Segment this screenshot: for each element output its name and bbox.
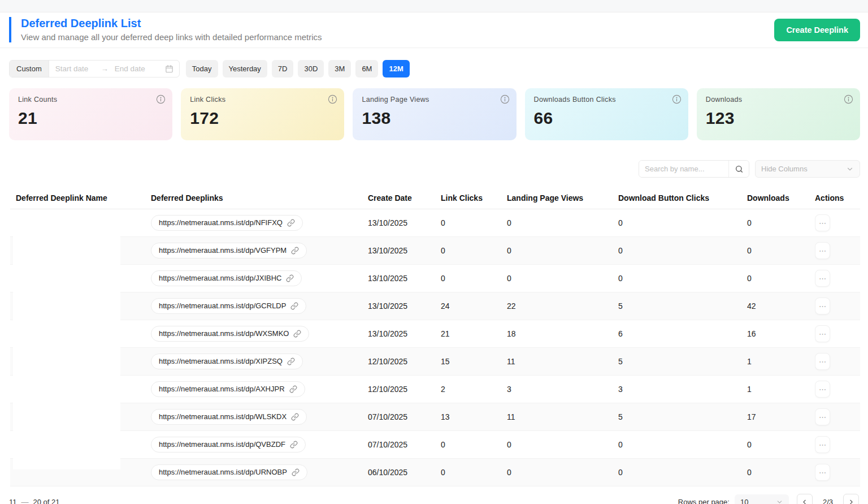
column-header-link-clicks: Link Clicks <box>441 188 507 209</box>
row-actions-button[interactable]: ⋯ <box>815 464 830 481</box>
row-actions-button[interactable]: ⋯ <box>815 408 830 425</box>
deeplink-url-chip[interactable]: https://netmerauat.nms.ist/dp/GCRLDP <box>151 298 306 314</box>
preset-7d-button[interactable]: 7D <box>272 60 294 77</box>
stat-card-value: 138 <box>362 109 507 128</box>
link-clicks-cell: 15 <box>441 348 507 376</box>
deeplink-url: https://netmerauat.nms.ist/dp/AXHJPR <box>159 385 285 394</box>
table-row: https://netmerauat.nms.ist/dp/XIPZSQ 12/… <box>10 348 860 376</box>
range-start: 11 <box>9 498 17 504</box>
landing-page-views-cell: 0 <box>507 265 618 292</box>
deeplink-url: https://netmerauat.nms.ist/dp/XIPZSQ <box>159 357 283 366</box>
link-clicks-cell: 0 <box>441 459 507 486</box>
search-input[interactable] <box>639 161 728 177</box>
stat-card-downloads: Downloads 123 <box>697 88 860 140</box>
create-date-cell: 12/10/2025 <box>368 348 441 376</box>
rows-per-page-label: Rows per page: <box>678 498 730 504</box>
landing-page-views-cell: 3 <box>507 376 618 403</box>
deeplink-url: https://netmerauat.nms.ist/dp/NFIFXQ <box>159 218 283 227</box>
table-row: https://netmerauat.nms.ist/dp/VGFYPM 13/… <box>10 237 860 265</box>
info-icon[interactable] <box>500 94 510 104</box>
start-date-input[interactable] <box>49 61 101 77</box>
preset-yesterday-button[interactable]: Yesterday <box>223 60 267 77</box>
date-range-picker[interactable]: Custom → <box>9 60 180 77</box>
hide-columns-label: Hide Columns <box>761 165 808 173</box>
deeplink-url-chip[interactable]: https://netmerauat.nms.ist/dp/AXHJPR <box>151 381 305 397</box>
column-header-download-button-clicks: Download Button Clicks <box>618 188 747 209</box>
download-button-clicks-cell: 5 <box>618 348 747 376</box>
deeplink-url: https://netmerauat.nms.ist/dp/WLSKDX <box>159 412 287 421</box>
preset-today-button[interactable]: Today <box>186 60 218 77</box>
download-button-clicks-cell: 5 <box>618 292 747 320</box>
previous-page-button[interactable] <box>797 494 813 504</box>
deeplink-url-chip[interactable]: https://netmerauat.nms.ist/dp/QVBZDF <box>151 437 306 453</box>
date-filter-bar: Custom → Today Yesterday 7D 30D 3M 6M 12… <box>0 48 868 77</box>
title-block: Deferred Deeplink List View and manage a… <box>9 17 322 42</box>
downloads-cell: 1 <box>747 348 815 376</box>
deeplink-url-chip[interactable]: https://netmerauat.nms.ist/dp/VGFYPM <box>151 243 307 259</box>
preset-6m-button[interactable]: 6M <box>355 60 378 77</box>
chevron-down-icon <box>776 498 783 504</box>
page-title: Deferred Deeplink List <box>21 17 322 30</box>
deeplink-url-chip[interactable]: https://netmerauat.nms.ist/dp/WXSMKO <box>151 326 309 342</box>
link-icon <box>290 302 298 310</box>
column-header-downloads: Downloads <box>747 188 815 209</box>
landing-page-views-cell: 22 <box>507 292 618 320</box>
deeplink-url: https://netmerauat.nms.ist/dp/WXSMKO <box>159 329 289 338</box>
deeplink-url: https://netmerauat.nms.ist/dp/QVBZDF <box>159 440 285 449</box>
rows-per-page-select[interactable]: 10 <box>735 494 789 504</box>
table-row: https://netmerauat.nms.ist/dp/GCRLDP 13/… <box>10 292 860 320</box>
link-clicks-cell: 24 <box>441 292 507 320</box>
info-icon[interactable] <box>672 94 682 104</box>
download-button-clicks-cell: 0 <box>618 209 747 237</box>
downloads-cell: 42 <box>747 292 815 320</box>
stat-card-label: Link Clicks <box>190 96 335 104</box>
stat-card-link-clicks: Link Clicks 172 <box>181 88 344 140</box>
download-button-clicks-cell: 3 <box>618 376 747 403</box>
deeplink-url: https://netmerauat.nms.ist/dp/JXIBHC <box>159 274 281 283</box>
page-subtitle: View and manage all your deferred deep l… <box>21 32 322 42</box>
deeplink-url-chip[interactable]: https://netmerauat.nms.ist/dp/NFIFXQ <box>151 215 303 231</box>
info-icon[interactable] <box>844 94 853 104</box>
row-actions-button[interactable]: ⋯ <box>815 242 830 259</box>
column-header-name: Deferred Deeplink Name <box>10 188 151 209</box>
downloads-cell: 0 <box>747 237 815 265</box>
stat-card-downloads-button-clicks: Downloads Button Clicks 66 <box>525 88 688 140</box>
download-button-clicks-cell: 5 <box>618 403 747 431</box>
deeplink-url-chip[interactable]: https://netmerauat.nms.ist/dp/URNOBP <box>151 464 307 480</box>
row-actions-button[interactable]: ⋯ <box>815 353 830 370</box>
row-actions-button[interactable]: ⋯ <box>815 270 830 287</box>
create-date-cell: 06/10/2025 <box>368 459 441 486</box>
downloads-cell: 0 <box>747 209 815 237</box>
table-row: https://netmerauat.nms.ist/dp/WXSMKO 13/… <box>10 320 860 348</box>
stat-card-label: Downloads <box>706 96 851 104</box>
custom-range-label: Custom <box>10 61 49 77</box>
end-date-input[interactable] <box>108 61 160 77</box>
preset-12m-button[interactable]: 12M <box>383 60 409 77</box>
link-icon <box>292 468 300 476</box>
link-icon <box>290 441 298 449</box>
row-actions-button[interactable]: ⋯ <box>815 381 830 398</box>
row-actions-button[interactable]: ⋯ <box>815 325 830 342</box>
row-actions-button[interactable]: ⋯ <box>815 214 830 231</box>
next-page-button[interactable] <box>843 494 859 504</box>
link-icon <box>287 357 295 365</box>
link-clicks-cell: 2 <box>441 376 507 403</box>
downloads-cell: 1 <box>747 376 815 403</box>
create-deeplink-button[interactable]: Create Deeplink <box>774 19 860 41</box>
row-actions-button[interactable]: ⋯ <box>815 436 830 453</box>
table-row: https://netmerauat.nms.ist/dp/URNOBP 06/… <box>10 459 860 486</box>
row-actions-button[interactable]: ⋯ <box>815 298 830 315</box>
info-icon[interactable] <box>328 94 337 104</box>
search-icon[interactable] <box>728 161 749 177</box>
deeplink-url-chip[interactable]: https://netmerauat.nms.ist/dp/JXIBHC <box>151 270 302 286</box>
deeplink-url-chip[interactable]: https://netmerauat.nms.ist/dp/WLSKDX <box>151 409 307 425</box>
stat-card-landing-page-views: Landing Page Views 138 <box>353 88 516 140</box>
deeplink-url-chip[interactable]: https://netmerauat.nms.ist/dp/XIPZSQ <box>151 354 303 369</box>
preset-30d-button[interactable]: 30D <box>298 60 324 77</box>
hide-columns-dropdown[interactable]: Hide Columns <box>755 160 860 178</box>
info-icon[interactable] <box>156 94 166 104</box>
page-header: Deferred Deeplink List View and manage a… <box>0 12 868 48</box>
preset-3m-button[interactable]: 3M <box>328 60 351 77</box>
create-date-cell: 07/10/2025 <box>368 403 441 431</box>
downloads-cell: 16 <box>747 320 815 348</box>
